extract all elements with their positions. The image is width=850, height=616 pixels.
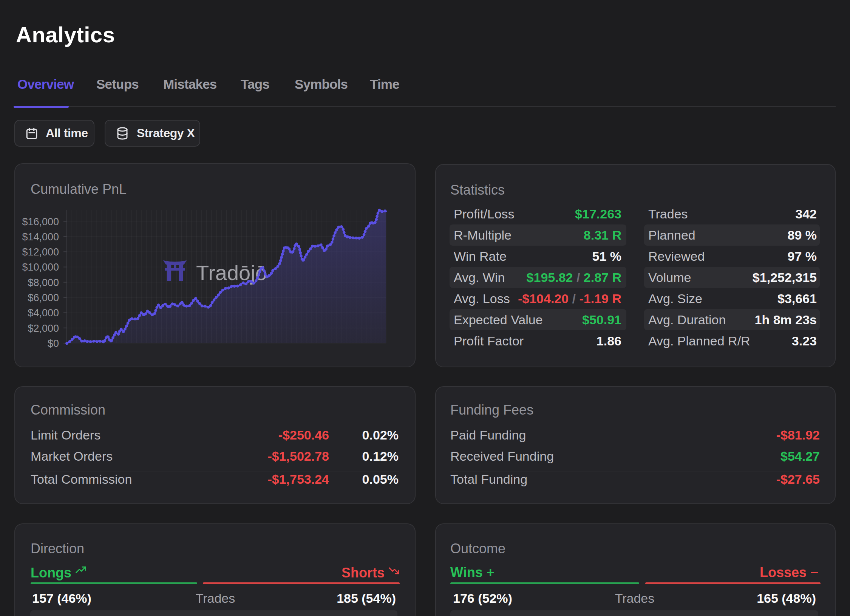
svg-text:$4,000: $4,000	[28, 307, 59, 319]
svg-text:$0: $0	[48, 338, 59, 349]
svg-text:$10,000: $10,000	[22, 262, 59, 273]
svg-text:$14,000: $14,000	[22, 231, 59, 243]
svg-text:$6,000: $6,000	[28, 292, 59, 303]
svg-text:$2,000: $2,000	[28, 323, 59, 334]
svg-text:$16,000: $16,000	[22, 216, 59, 228]
svg-text:$12,000: $12,000	[22, 246, 59, 258]
svg-text:$8,000: $8,000	[28, 277, 59, 288]
